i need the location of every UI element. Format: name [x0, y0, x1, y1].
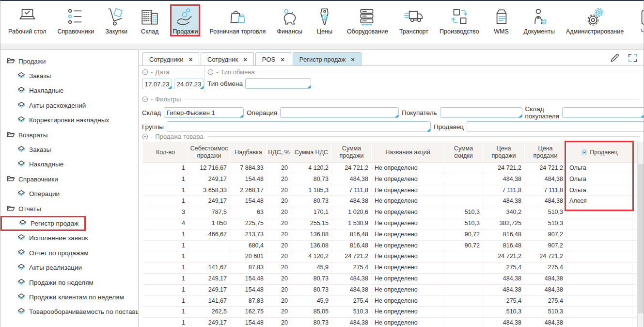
toolbar-item-documents[interactable]: Документы	[522, 4, 557, 36]
table-cell: 20	[267, 296, 291, 307]
table-cell: 2 268,17	[230, 185, 267, 196]
tree-item-накладные[interactable]: Накладные	[0, 83, 138, 98]
table-row[interactable]: 1680,420136,08816,48Не определено90,7281…	[143, 241, 644, 252]
filter-input[interactable]	[164, 108, 243, 117]
toolbar-item-directories[interactable]: Справочники	[55, 4, 96, 36]
table-cell: 484,38	[332, 196, 372, 207]
tab-сотрудник[interactable]: Сотрудник×	[201, 52, 254, 65]
vertical-scrollbar[interactable]	[637, 142, 644, 327]
toolbar-item-retail[interactable]: Розничная торговля	[207, 4, 267, 36]
column-header-5[interactable]: Сумма НДС	[291, 142, 332, 163]
toolbar-item-prices[interactable]: $Цены	[312, 4, 338, 36]
tree-item-корректировки-накладных[interactable]: Корректировки накладных	[0, 113, 138, 128]
toolbar-item-purchases[interactable]: Закупки	[103, 4, 129, 36]
tree-item-продажи-клиентам-по-неделям[interactable]: Продажи клиентам по неделям	[0, 290, 138, 304]
exchange-type-input[interactable]	[246, 79, 311, 88]
tab-close-icon[interactable]: ×	[351, 56, 355, 63]
table-row[interactable]: 41 050225,7520255,151 530,9Не определено…	[143, 218, 644, 229]
table-row[interactable]: 1262,5162,752085,05510,3Не определено510…	[143, 307, 644, 318]
table-cell: Не определено	[372, 218, 444, 229]
table-row[interactable]: 1466,67213,7320136,08816,48Не определено…	[143, 229, 644, 241]
table-row[interactable]: 1249,17154,482080,73484,38Не определено4…	[143, 318, 644, 327]
tree-item-товарооборачиваемость-по-поставщи[interactable]: Товарооборачиваемость по поставщи	[0, 305, 138, 319]
table-row[interactable]: 3787,56320170,11 020,6Не определено510,3…	[143, 207, 644, 218]
edit-icon[interactable]	[610, 53, 620, 65]
tab-close-icon[interactable]: ×	[243, 56, 247, 63]
filter-input[interactable]	[281, 108, 398, 117]
tree-folder-справочники[interactable]: Справочники	[0, 172, 138, 186]
table-row[interactable]: 1249,17154,482080,73484,38Не определено4…	[143, 196, 644, 207]
filter-label: Склад	[142, 109, 161, 116]
table-row[interactable]: 1249,17154,482080,73484,38Не определено4…	[143, 174, 644, 185]
filter-input[interactable]	[467, 122, 644, 131]
column-header-3[interactable]: Надбавка	[230, 142, 267, 163]
table-row[interactable]: 1141,6787,832045,9275,4Не определено275,…	[143, 262, 644, 274]
tab-close-icon[interactable]: ×	[188, 56, 192, 63]
tree-folder-возвраты[interactable]: Возвраты	[0, 128, 138, 142]
collapse-group-icon[interactable]	[142, 133, 148, 140]
table-row[interactable]: 1249,17154,482080,73484,38Не определено4…	[143, 285, 644, 296]
toolbar-item-finance[interactable]: Финансы	[275, 4, 304, 36]
column-header-6[interactable]: Сумма продажи	[332, 142, 372, 163]
table-row[interactable]: 120 601204 120,224 721,2Не определено24 …	[143, 251, 644, 262]
column-header-4[interactable]: НДС, %	[267, 142, 291, 163]
toolbar-item-desktop[interactable]: Рабочий стол	[6, 4, 48, 36]
toolbar-item-chat[interactable]: Чат	[633, 4, 644, 36]
tree-item-операции[interactable]: Операции	[0, 187, 138, 201]
filter-field-склад: Склад	[142, 107, 244, 118]
column-header-9[interactable]: Цена продажи	[483, 142, 525, 163]
column-header-8[interactable]: Сумма скидки	[444, 142, 483, 163]
tree-item-акты-расхождений[interactable]: Акты расхождений	[0, 98, 138, 113]
toolbar-item-equipment[interactable]: Оборудование	[345, 4, 390, 36]
toolbar-item-production[interactable]: Производство	[438, 4, 481, 36]
collapse-group-icon[interactable]	[142, 69, 148, 75]
column-header-1[interactable]: Кол-во	[143, 142, 188, 163]
toolbar-item-label: Чат	[641, 28, 644, 35]
tree-folder-отчеты[interactable]: Отчеты	[0, 201, 138, 216]
table-cell: 484,38	[332, 274, 372, 284]
tree-item-заказы[interactable]: Заказы	[0, 142, 138, 157]
tree-item-акты-реализации[interactable]: Акты реализации	[0, 260, 138, 275]
table-cell: 275,4	[332, 262, 372, 273]
column-header-11[interactable]: Продавец	[566, 142, 633, 163]
tree-folder-продажи[interactable]: Продажи	[0, 54, 138, 68]
table-row[interactable]: 1141,6787,832045,9275,4Не определено275,…	[143, 296, 644, 307]
tab-регистр-продаж[interactable]: Регистр продаж×	[293, 52, 361, 65]
date-to-input[interactable]	[174, 79, 204, 89]
tab-сотрудники[interactable]: Сотрудники×	[142, 52, 199, 65]
table-cell: 484,38	[483, 285, 525, 295]
date-from-input[interactable]	[142, 79, 172, 89]
tab-close-icon[interactable]: ×	[281, 56, 284, 63]
table-cell: 510,3	[444, 207, 483, 218]
filter-down-icon[interactable]	[581, 149, 588, 156]
tree-item-отчет-по-продажам[interactable]: Отчет по продажам	[0, 245, 138, 260]
scrollbar-thumb[interactable]	[638, 164, 644, 313]
collapse-group-icon[interactable]	[207, 69, 214, 75]
tree-item-продажи-по-неделям[interactable]: Продажи по неделям	[0, 275, 138, 290]
column-header-7[interactable]: Названия акций	[372, 142, 444, 163]
filter-field-продавец: Продавец	[434, 121, 644, 132]
table-row[interactable]: 112 716,677 884,33204 120,224 721,2Не оп…	[143, 163, 644, 174]
toolbar-item-administration[interactable]: Администрирование	[564, 4, 626, 36]
filter-input[interactable]	[563, 108, 644, 117]
tree-item-исполнение-заявок[interactable]: Исполнение заявок	[0, 231, 138, 245]
toolbar-item-warehouse[interactable]: Склад	[137, 4, 163, 36]
layers-icon	[17, 145, 26, 154]
filter-input[interactable]	[440, 108, 522, 117]
table-cell: 275,4	[332, 296, 372, 307]
collapse-group-icon[interactable]	[142, 96, 148, 102]
toolbar-item-transport[interactable]: Транспорт	[397, 4, 430, 36]
tree-item-накладные[interactable]: Накладные	[0, 157, 138, 172]
toolbar-item-wms[interactable]: WMS	[488, 4, 515, 36]
toolbar-item-sales[interactable]: Продажи	[170, 4, 200, 36]
column-header-10[interactable]: Цена продажи	[525, 142, 566, 163]
expand-icon[interactable]	[628, 53, 638, 65]
tree-item-регистр-продаж[interactable]: Регистр продаж	[0, 216, 86, 230]
table-cell: 1 185,3	[291, 185, 332, 196]
table-row[interactable]: 1249,17154,482080,73484,38Не определено4…	[143, 274, 644, 285]
table-row[interactable]: 13 658,332 268,17201 185,37 111,8Не опре…	[143, 185, 644, 196]
tab-pos[interactable]: POS×	[255, 52, 291, 65]
column-header-2[interactable]: Себестоимос продажи	[188, 142, 230, 163]
filter-input[interactable]	[167, 122, 430, 131]
tree-item-заказы[interactable]: Заказы	[0, 68, 138, 83]
